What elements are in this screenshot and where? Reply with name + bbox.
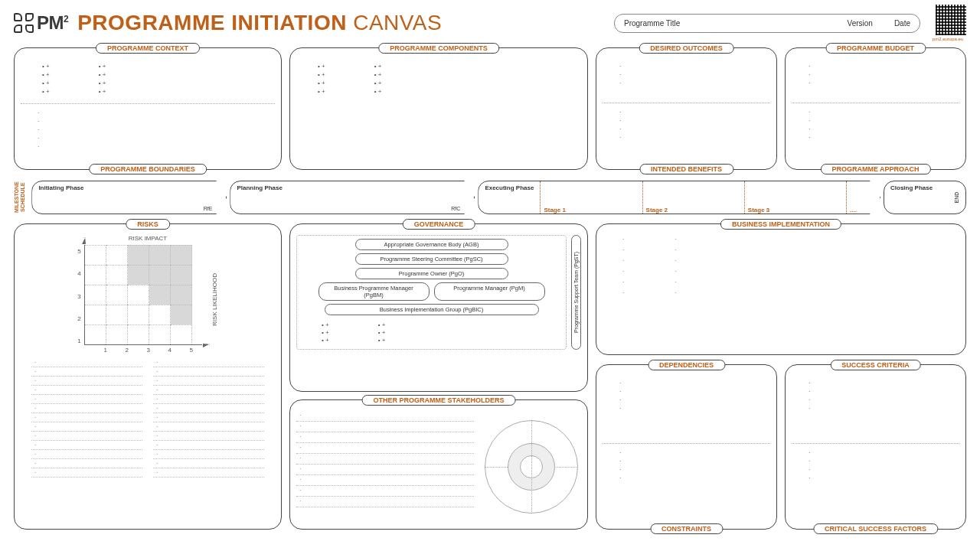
meta-date: Date <box>894 19 910 28</box>
gov-agb: Appropriate Governance Body (AGB) <box>355 239 508 250</box>
qr-link: pm2.europa.eu <box>929 37 966 41</box>
phase-planning: Planning Phase RfC <box>230 181 475 214</box>
gov-pgm: Programme Manager (PgM) <box>434 282 545 301</box>
panel-desired-outcomes: DESIRED OUTCOMES INTENDED BENEFITS <box>596 47 777 170</box>
title-governance: GOVERNANCE <box>403 219 475 230</box>
milestone-label: MILESTONE SCHEDULE <box>14 181 25 214</box>
phase-initiating: Initiating Phase RfE <box>31 181 227 214</box>
row-2: RISKS RISK IMPACT 12345 <box>14 223 966 530</box>
panel-business-implementation: BUSINESS IMPLEMENTATION <box>596 223 966 355</box>
risk-lines <box>21 354 275 482</box>
title-programme-components: PROGRAMME COMPONENTS <box>378 43 499 54</box>
panel-programme-budget: PROGRAMME BUDGET PROGRAMME APPROACH <box>785 47 966 170</box>
pm2-logo: PM2 <box>14 12 68 34</box>
panel-success-criteria: SUCCESS CRITERIA CRITICAL SUCCESS FACTOR… <box>785 364 966 530</box>
panel-risks: RISKS RISK IMPACT 12345 <box>14 223 282 530</box>
panel-programme-context: PROGRAMME CONTEXT PROGRAMME BOUNDARIES <box>14 47 282 170</box>
gov-pgsc: Programme Steering Committee (PgSC) <box>355 253 508 265</box>
page-title: PROGRAMME INITIATION CANVAS <box>77 11 442 35</box>
title-constraints: CONSTRAINTS <box>650 523 723 534</box>
panel-programme-components: PROGRAMME COMPONENTS <box>289 47 588 170</box>
milestone-schedule: MILESTONE SCHEDULE Initiating Phase RfE … <box>14 181 966 214</box>
gov-pgst: Programme Support Team (PgST) <box>571 235 581 350</box>
title-critical-success-factors: CRITICAL SUCCESS FACTORS <box>813 523 938 534</box>
risk-impact-label: RISK IMPACT <box>21 235 275 242</box>
stakeholder-radar-icon <box>482 417 581 517</box>
qr-code-icon <box>936 5 966 35</box>
meta-programme-title: Programme Title <box>624 19 680 28</box>
gov-pgbic: Business Implementation Group (PgBIC) <box>325 304 539 315</box>
title-risks: RISKS <box>126 219 170 230</box>
title-success-criteria: SUCCESS CRITERIA <box>830 360 921 370</box>
meta-version: Version <box>848 19 873 28</box>
gov-pgbm: Business Programme Manager (PgBM) <box>318 282 430 301</box>
row-1: PROGRAMME CONTEXT PROGRAMME BOUNDARIES P… <box>14 47 966 170</box>
panel-governance: GOVERNANCE Appropriate Governance Body (… <box>289 223 588 392</box>
risk-matrix: 12345 12345 <box>21 245 275 354</box>
phase-executing: Executing Phase Stage 1 Stage 2 Stage 3 … <box>478 181 880 214</box>
title-programme-context: PROGRAMME CONTEXT <box>96 43 200 54</box>
phase-closing: Closing Phase END <box>884 181 966 214</box>
logo-text: PM2 <box>37 12 68 34</box>
meta-box[interactable]: Programme Title Version Date <box>614 14 920 33</box>
title-stakeholders: OTHER PROGRAMME STAKEHOLDERS <box>362 395 516 406</box>
risk-likelihood-label: RISK LIKELIHOOD <box>211 273 218 326</box>
gov-pgo: Programme Owner (PgO) <box>355 268 508 279</box>
title-intended-benefits: INTENDED BENEFITS <box>639 164 733 174</box>
title-dependencies: DEPENDENCIES <box>648 360 725 370</box>
title-programme-approach: PROGRAMME APPROACH <box>820 164 930 174</box>
title-desired-outcomes: DESIRED OUTCOMES <box>639 43 734 54</box>
panel-stakeholders: OTHER PROGRAMME STAKEHOLDERS <box>289 399 588 530</box>
qr-block: pm2.europa.eu <box>929 5 966 41</box>
panel-dependencies: DEPENDENCIES CONSTRAINTS <box>596 364 777 530</box>
title-programme-boundaries: PROGRAMME BOUNDARIES <box>89 164 207 174</box>
header: PM2 PROGRAMME INITIATION CANVAS Programm… <box>14 6 966 40</box>
title-programme-budget: PROGRAMME BUDGET <box>825 43 926 54</box>
title-business-implementation: BUSINESS IMPLEMENTATION <box>720 219 841 230</box>
logo-mark-icon <box>14 13 34 33</box>
